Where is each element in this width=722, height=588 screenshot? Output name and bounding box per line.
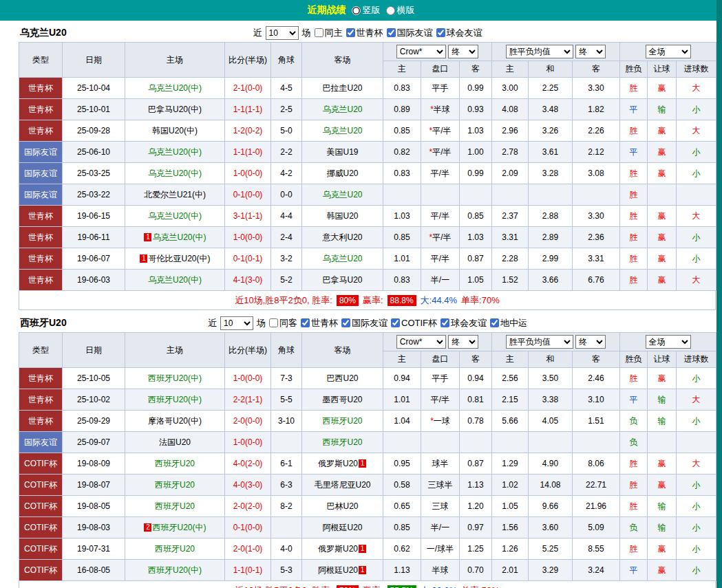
filter-checkbox-label: 同客 xyxy=(279,317,297,329)
cell-away-team: 美国U19 xyxy=(302,142,383,163)
cell-eu-home: 1.56 xyxy=(492,517,529,538)
cell-corner: 4-2 xyxy=(271,163,302,184)
cell-odds-home: 1.04 xyxy=(383,411,421,432)
filter-checkbox-3[interactable]: COTIF杯 xyxy=(391,317,437,329)
orientation-radio-vertical[interactable]: 竖版 xyxy=(352,4,381,17)
match-row: COTIF杯19-07-31西班牙U202-0(1-0)4-0俄罗斯U2010.… xyxy=(19,538,716,560)
team-cell-content: 巴拿马U20(中) xyxy=(148,105,202,114)
cell-competition: COTIF杯 xyxy=(19,538,63,560)
filter-checkbox-5[interactable]: 地中运 xyxy=(490,317,527,329)
handicap-text: 平/半 xyxy=(431,168,449,178)
match-row: 世青杯19-06-03乌克兰U20(中)4-1(3-0)5-2巴拿马U200.8… xyxy=(19,270,716,291)
filter-checkbox-1[interactable]: 世青杯 xyxy=(346,27,383,39)
orientation-radio-horizontal[interactable]: 横版 xyxy=(386,4,415,17)
filter-checkbox-input[interactable] xyxy=(269,318,278,327)
cell-eu-draw xyxy=(529,432,573,453)
cell-odds-away: 0.93 xyxy=(460,99,492,120)
cell-eu-home: 1.52 xyxy=(492,270,529,291)
handicap-text: 一/球半 xyxy=(427,544,454,554)
cell-corner: 2-4 xyxy=(271,227,302,248)
filter-checkbox-2[interactable]: 国际友谊 xyxy=(387,27,433,39)
europe-odds-select[interactable]: 胜平负均值 xyxy=(506,45,573,58)
vertical-radio-label: 竖版 xyxy=(363,4,381,17)
odds-stage-select[interactable]: 终 xyxy=(448,335,478,349)
europe-stage-select[interactable]: 终 xyxy=(575,335,606,349)
scope-header-group: 全场 xyxy=(620,43,716,61)
sub-col-6: 胜负 xyxy=(620,351,648,368)
odds-company-select[interactable]: Crow* xyxy=(396,45,446,58)
match-count-select[interactable]: 10 xyxy=(266,26,299,40)
filter-checkbox-3[interactable]: 球会友谊 xyxy=(436,27,482,39)
filter-checkbox-input[interactable] xyxy=(490,318,499,327)
cell-score: 4-1(3-0) xyxy=(225,270,271,291)
cell-eu-draw: 2.89 xyxy=(529,227,573,248)
filter-checkbox-4[interactable]: 球会友谊 xyxy=(440,317,487,329)
cell-eu-home: 2.37 xyxy=(492,206,529,227)
cell-odds-home: 0.85 xyxy=(383,227,421,248)
summary-text: 近10场,胜5平2负3, 胜率: xyxy=(235,585,332,588)
filter-checkbox-0[interactable]: 同主 xyxy=(315,27,343,39)
filter-checkbox-2[interactable]: 国际友谊 xyxy=(341,317,387,329)
unit-label: 场 xyxy=(302,27,311,39)
cell-corner: 4-4 xyxy=(271,206,302,227)
cell-competition: COTIF杯 xyxy=(19,517,63,538)
cell-date: 19-08-07 xyxy=(63,475,125,496)
cell-date: 25-10-05 xyxy=(63,368,125,389)
filter-checkbox-input[interactable] xyxy=(436,28,445,37)
cell-home-team: 北爱尔兰U21(中) xyxy=(125,184,225,206)
match-row: 世青杯19-06-071哥伦比亚U20(中)0-1(0-1)3-2乌克兰U201… xyxy=(19,248,716,270)
col-type: 类型 xyxy=(19,43,63,78)
team-cell-content: 西班牙U20(中) xyxy=(148,565,202,575)
filter-checkbox-input[interactable] xyxy=(341,318,350,327)
europe-stage-select[interactable]: 终 xyxy=(575,45,606,58)
cell-odds-home: 0.58 xyxy=(383,475,421,496)
filter-checkbox-input[interactable] xyxy=(315,28,323,37)
match-row: COTIF杯19-08-07西班牙U204-0(3-0)6-3毛里塔尼亚U200… xyxy=(19,475,716,496)
cell-eu-away: 2.12 xyxy=(573,142,620,163)
cell-score: 0-1(0-0) xyxy=(225,517,271,538)
cell-away-team: 西班牙U20 xyxy=(302,411,383,432)
cell-score: 1-1(0-1) xyxy=(225,560,271,581)
team-label: 韩国U20(中) xyxy=(152,126,198,135)
near-label: 近 xyxy=(208,317,217,329)
recent-matches-table: 类型日期主场比分(半场)角球客场Crow* 终胜平负均值 终全场主盘口客主和客胜… xyxy=(19,332,716,581)
scrollbar[interactable] xyxy=(716,0,722,588)
filter-checkbox-input[interactable] xyxy=(391,318,400,327)
cell-corner: 3-2 xyxy=(271,248,302,270)
horizontal-radio-label: 横版 xyxy=(397,4,415,17)
odds-stage-select[interactable]: 终 xyxy=(448,45,478,58)
cell-home-team: 韩国U20(中) xyxy=(125,120,225,142)
handicap-text: 三球 xyxy=(432,501,449,511)
europe-odds-select[interactable]: 胜平负均值 xyxy=(506,335,573,349)
filter-checkbox-input[interactable] xyxy=(440,318,449,327)
filter-checkbox-input[interactable] xyxy=(387,28,396,37)
cell-result: 平 xyxy=(620,560,648,581)
cell-handicap: *半球 xyxy=(421,99,460,120)
filter-checkbox-label: 球会友谊 xyxy=(451,317,487,329)
cell-date: 19-08-03 xyxy=(63,517,125,538)
cell-eu-draw: 3.28 xyxy=(529,163,573,184)
match-count-select[interactable]: 10 xyxy=(220,316,253,330)
cell-away-team: 阿根廷U201 xyxy=(302,560,383,581)
filter-checkbox-0[interactable]: 同客 xyxy=(269,317,297,329)
odds-company-select[interactable]: Crow* xyxy=(396,335,446,349)
filter-checkbox-input[interactable] xyxy=(301,318,310,327)
cell-corner: 4-5 xyxy=(271,78,302,99)
team-label: 乌克兰U20 xyxy=(322,254,362,263)
cell-handicap-result xyxy=(648,184,677,206)
cell-result: 胜 xyxy=(620,184,648,206)
filter-checkbox-input[interactable] xyxy=(346,28,355,37)
horizontal-radio-input[interactable] xyxy=(386,6,395,15)
cell-eu-draw: 4.05 xyxy=(529,411,573,432)
scope-select[interactable]: 全场 xyxy=(646,45,691,58)
match-row: COTIF杯19-08-032西班牙U20(中)0-1(0-0)阿根廷U200.… xyxy=(19,517,716,538)
filter-checkbox-1[interactable]: 世青杯 xyxy=(301,317,338,329)
team-cell-content: 乌克兰U20(中) xyxy=(148,83,202,93)
cell-eu-away: 3.30 xyxy=(573,206,620,227)
cell-away-team: 巴林U20 xyxy=(302,496,383,517)
cell-handicap-result: 输 xyxy=(648,99,677,120)
scope-select[interactable]: 全场 xyxy=(646,335,691,349)
red-card-badge: 2 xyxy=(144,523,151,532)
vertical-radio-input[interactable] xyxy=(352,6,361,15)
cell-score: 2-0(2-0) xyxy=(225,496,271,517)
